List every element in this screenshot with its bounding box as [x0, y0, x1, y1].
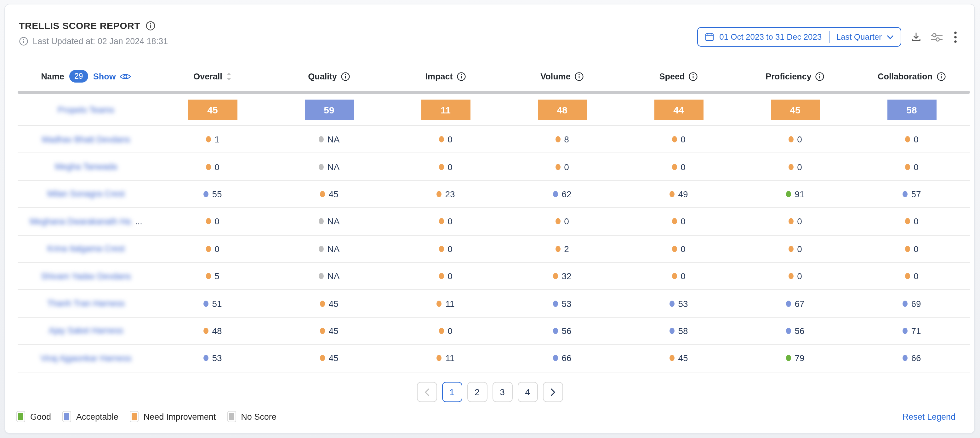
sort-icon[interactable]	[226, 72, 232, 81]
score-cell: 71	[853, 326, 970, 336]
settings-sliders-icon[interactable]	[931, 32, 943, 42]
info-icon[interactable]	[815, 72, 825, 81]
member-name-link[interactable]: Meghana Dwarakanath Ha	[30, 217, 131, 226]
score-level-dot	[320, 300, 325, 307]
score-value: 0	[681, 134, 686, 144]
member-name-link[interactable]: Propelo Teams	[57, 105, 114, 115]
show-names-button[interactable]: Show	[93, 72, 131, 81]
reset-legend-link[interactable]: Reset Legend	[902, 412, 955, 421]
score-value: NA	[328, 162, 340, 172]
score-level-dot	[902, 191, 907, 197]
title-info-icon[interactable]	[145, 21, 155, 30]
score-cell: 0	[853, 244, 970, 254]
member-name-link[interactable]: Madhav Bhatt Devdans	[42, 135, 130, 144]
team-score-cell: 48	[504, 100, 620, 120]
score-chip: 48	[538, 100, 587, 120]
column-label: Proficiency	[765, 72, 811, 81]
member-name-link[interactable]: Shivam Yadav Devdans	[41, 271, 131, 281]
column-header-collaboration: Collaboration	[853, 72, 970, 81]
score-value: 1	[215, 134, 220, 144]
legend-label: Need Improvement	[143, 412, 216, 421]
info-icon[interactable]	[689, 72, 698, 81]
member-name-link[interactable]: Milan Sonagra Crest	[47, 190, 125, 199]
score-cell: 55	[154, 189, 271, 199]
score-level-dot	[905, 273, 910, 279]
score-value: NA	[328, 134, 340, 144]
score-value: 0	[913, 134, 919, 144]
score-level-dot	[439, 328, 444, 334]
score-cell: 0	[737, 244, 853, 254]
date-range-picker[interactable]: 01 Oct 2023 to 31 Dec 2023 Last Quarter	[697, 27, 901, 47]
info-icon[interactable]	[574, 72, 584, 81]
page-button-2[interactable]: 2	[467, 382, 487, 402]
score-value: 79	[794, 353, 804, 363]
score-cell: NA	[271, 217, 387, 226]
score-cell: 0	[853, 134, 970, 144]
page-button-3[interactable]: 3	[492, 382, 512, 402]
legend-swatch	[62, 411, 71, 422]
info-icon[interactable]	[341, 72, 350, 81]
score-cell: 0	[387, 217, 504, 226]
score-value: 0	[681, 162, 686, 172]
score-cell: 0	[504, 162, 620, 172]
member-name-cell: Madhav Bhatt Devdans	[18, 135, 154, 144]
score-level-dot	[439, 246, 444, 252]
column-header-impact: Impact	[387, 72, 504, 81]
team-score-cell: 11	[387, 100, 504, 120]
member-name-link[interactable]: Krina Italgama Crest	[47, 244, 125, 254]
score-value: 8	[564, 134, 569, 144]
page-button-4[interactable]: 4	[517, 382, 538, 402]
next-page-button[interactable]	[542, 382, 563, 402]
member-name-cell: Megha Tanwada	[18, 162, 154, 171]
legend-swatch	[227, 411, 236, 422]
download-icon[interactable]	[911, 32, 921, 42]
score-value: 5	[215, 271, 220, 281]
score-cell: 66	[504, 353, 620, 363]
info-icon[interactable]	[936, 72, 946, 81]
column-header-overall: Overall	[154, 72, 271, 81]
score-level-dot	[669, 355, 674, 362]
legend-item-no-score[interactable]: No Score	[227, 411, 277, 422]
kebab-menu-icon[interactable]	[954, 31, 957, 43]
score-level-dot	[905, 246, 910, 252]
score-cell: 0	[387, 271, 504, 281]
score-value: 11	[445, 298, 454, 309]
legend-item-good[interactable]: Good	[16, 411, 51, 422]
date-range-text: 01 Oct 2023 to 31 Dec 2023	[719, 32, 822, 41]
info-icon[interactable]	[457, 72, 466, 81]
eye-icon	[120, 72, 131, 80]
score-cell: 45	[271, 189, 387, 199]
previous-page-button[interactable]	[417, 382, 437, 402]
score-chip: 11	[421, 100, 470, 120]
score-value: 0	[681, 244, 686, 254]
member-name-link[interactable]: Viraj Ajgaonkar Harness	[40, 354, 131, 363]
pagination: 1234	[5, 382, 974, 402]
column-header-volume: Volume	[504, 72, 620, 81]
legend-item-need-improvement[interactable]: Need Improvement	[130, 411, 216, 422]
score-level-dot	[669, 191, 674, 197]
score-cell: 0	[620, 162, 737, 172]
score-level-dot	[553, 300, 558, 307]
page-button-1[interactable]: 1	[442, 382, 462, 402]
member-name-link[interactable]: Megha Tanwada	[55, 162, 117, 171]
legend-item-acceptable[interactable]: Acceptable	[62, 411, 118, 422]
toolbar: 01 Oct 2023 to 31 Dec 2023 Last Quarter	[697, 27, 957, 47]
score-value: 0	[797, 271, 802, 281]
horizontal-scrollbar[interactable]	[18, 91, 970, 94]
table-row: Ajay Saket Harness4845056585671	[18, 317, 970, 345]
score-level-dot	[319, 246, 324, 252]
member-name-link[interactable]: Thanh Tran Harness	[47, 299, 125, 308]
score-value: 45	[328, 353, 338, 363]
score-level-dot	[905, 218, 910, 225]
updated-info-icon[interactable]	[19, 37, 28, 46]
score-level-dot	[788, 246, 793, 252]
member-name-link[interactable]: Ajay Saket Harness	[48, 326, 123, 336]
score-cell: 23	[387, 189, 504, 199]
truncation-ellipsis: ...	[135, 217, 142, 226]
score-cell: 53	[620, 298, 737, 309]
table-row: Viraj Ajgaonkar Harness53451166457966	[18, 345, 970, 372]
score-cell: 0	[620, 271, 737, 281]
member-name-cell: Propelo Teams	[18, 105, 154, 115]
score-level-dot	[320, 328, 325, 334]
score-cell: 91	[737, 189, 853, 199]
